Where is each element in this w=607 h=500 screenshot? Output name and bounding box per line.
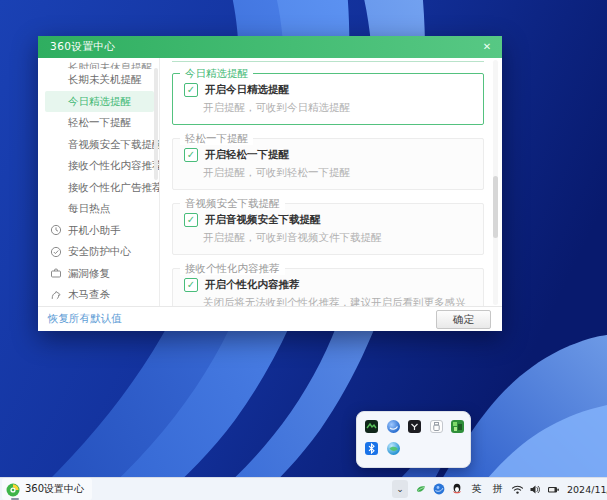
section-description: 开启提醒，可收到轻松一下提醒 bbox=[203, 166, 473, 180]
taskbar: 360设置中心 ⌄ 英 拼 20 bbox=[0, 477, 607, 500]
trojan-horse-icon bbox=[50, 289, 62, 301]
window-titlebar: 360设置中心 ✕ bbox=[38, 36, 502, 58]
section-personalized-content: 接收个性化内容推荐 ✓ 开启个性化内容推荐 关闭后将无法收到个性化推荐，建议开启… bbox=[172, 268, 484, 307]
checkbox-label: 开启轻松一下提醒 bbox=[205, 148, 289, 162]
sidebar-item-vulnerability-fix[interactable]: 漏洞修复 bbox=[38, 263, 159, 285]
wifi-icon[interactable] bbox=[510, 480, 525, 498]
section-today-picks: 今日精选提醒 ✓ 开启今日精选提醒 开启提醒，可收到今日精选提醒 bbox=[172, 73, 484, 125]
section-description: 开启提醒，可收到音视频文件下载提醒 bbox=[203, 231, 473, 245]
qq-tray-icon[interactable] bbox=[450, 480, 465, 498]
toolbox-icon bbox=[50, 267, 62, 279]
checkbox-today-picks[interactable]: ✓ bbox=[184, 83, 198, 97]
close-icon[interactable]: ✕ bbox=[478, 39, 496, 55]
360-logo-icon bbox=[6, 482, 20, 496]
browser-tray-icon[interactable] bbox=[432, 480, 447, 498]
window-bottom-bar: 恢复所有默认值 确定 bbox=[38, 306, 502, 331]
green-app-icon[interactable] bbox=[451, 420, 464, 433]
checkbox-relax[interactable]: ✓ bbox=[184, 148, 198, 162]
sidebar-item-relax-reminder[interactable]: 轻松一下提醒 bbox=[38, 112, 159, 134]
section-av-download: 音视频安全下载提醒 ✓ 开启音视频安全下载提醒 开启提醒，可收到音视频文件下载提… bbox=[172, 203, 484, 255]
graphics-utility-icon[interactable] bbox=[365, 420, 378, 433]
usb-device-icon[interactable] bbox=[430, 420, 443, 433]
sidebar-item-personalized-content[interactable]: 接收个性化内容推荐 bbox=[38, 155, 159, 177]
system-tray: ⌄ 英 拼 2024/11/ bbox=[392, 478, 607, 500]
sidebar-item-security-center[interactable]: 安全防护中心 bbox=[38, 241, 159, 263]
checkbox-label: 开启今日精选提醒 bbox=[205, 83, 289, 97]
restore-defaults-link[interactable]: 恢复所有默认值 bbox=[48, 312, 122, 326]
checkbox-personalized-content[interactable]: ✓ bbox=[184, 278, 198, 292]
sidebar-item-boot-assistant[interactable]: 开机小助手 bbox=[38, 220, 159, 242]
sidebar-item-trojan-scan[interactable]: 木马查杀 bbox=[38, 284, 159, 306]
section-legend: 接收个性化内容推荐 bbox=[180, 262, 285, 275]
battery-laptop-icon[interactable] bbox=[546, 480, 561, 498]
window-title: 360设置中心 bbox=[50, 40, 116, 54]
section-legend: 轻松一下提醒 bbox=[180, 132, 253, 145]
shield-check-icon bbox=[50, 246, 62, 258]
sidebar-item-today-picks-reminder[interactable]: 今日精选提醒 bbox=[45, 91, 154, 113]
checkbox-label: 开启个性化内容推荐 bbox=[205, 278, 300, 292]
volume-icon[interactable] bbox=[528, 480, 543, 498]
desktop: 360设置中心 ✕ 长时间未休息提醒 长期未关机提醒 今日精选提醒 轻松一下提醒… bbox=[0, 0, 607, 500]
360-safe-tray-icon[interactable] bbox=[414, 480, 429, 498]
show-hidden-icons-chevron[interactable]: ⌄ bbox=[392, 480, 408, 498]
sidebar-item-daily-hotspot[interactable]: 每日热点 bbox=[38, 198, 159, 220]
checkbox-label: 开启音视频安全下载提醒 bbox=[205, 213, 321, 227]
section-legend: 今日精选提醒 bbox=[180, 67, 253, 80]
sidebar-scrollbar[interactable] bbox=[154, 68, 158, 180]
globe-app-icon[interactable] bbox=[387, 442, 400, 455]
ime-english-indicator[interactable]: 英 bbox=[469, 480, 484, 498]
clock-icon bbox=[50, 224, 62, 236]
sidebar-item-av-download-reminder[interactable]: 音视频安全下载提醒 bbox=[38, 134, 159, 156]
settings-window: 360设置中心 ✕ 长时间未休息提醒 长期未关机提醒 今日精选提醒 轻松一下提醒… bbox=[38, 36, 502, 331]
settings-sidebar: 长时间未休息提醒 长期未关机提醒 今日精选提醒 轻松一下提醒 音视频安全下载提醒… bbox=[38, 58, 160, 307]
taskbar-app-360-settings[interactable]: 360设置中心 bbox=[2, 478, 92, 500]
tray-overflow-flyout bbox=[356, 411, 471, 468]
taskbar-app-label: 360设置中心 bbox=[25, 482, 84, 496]
section-description: 开启提醒，可收到今日精选提醒 bbox=[203, 101, 473, 115]
ime-pinyin-indicator[interactable]: 拼 bbox=[490, 480, 505, 498]
taskbar-clock[interactable]: 2024/11/ bbox=[567, 484, 607, 495]
bluetooth-icon[interactable] bbox=[365, 442, 378, 455]
section-legend: 音视频安全下载提醒 bbox=[180, 197, 285, 210]
settings-content: 今日精选提醒 ✓ 开启今日精选提醒 开启提醒，可收到今日精选提醒 轻松一下提醒 … bbox=[160, 58, 502, 307]
ok-button[interactable]: 确定 bbox=[436, 310, 491, 329]
section-relax: 轻松一下提醒 ✓ 开启轻松一下提醒 开启提醒，可收到轻松一下提醒 bbox=[172, 138, 484, 190]
sidebar-item-personalized-ads[interactable]: 接收个性化广告推荐 bbox=[38, 177, 159, 199]
blue-swirl-app-icon[interactable] bbox=[387, 420, 400, 433]
content-scrollbar-thumb[interactable] bbox=[493, 176, 498, 238]
sidebar-item-rest-reminder[interactable]: 长时间未休息提醒 bbox=[38, 58, 159, 69]
sidebar-item-no-shutdown-reminder[interactable]: 长期未关机提醒 bbox=[38, 69, 159, 91]
checkbox-av-download[interactable]: ✓ bbox=[184, 213, 198, 227]
previous-section-edge bbox=[172, 61, 484, 62]
dark-app-icon[interactable] bbox=[408, 420, 421, 433]
